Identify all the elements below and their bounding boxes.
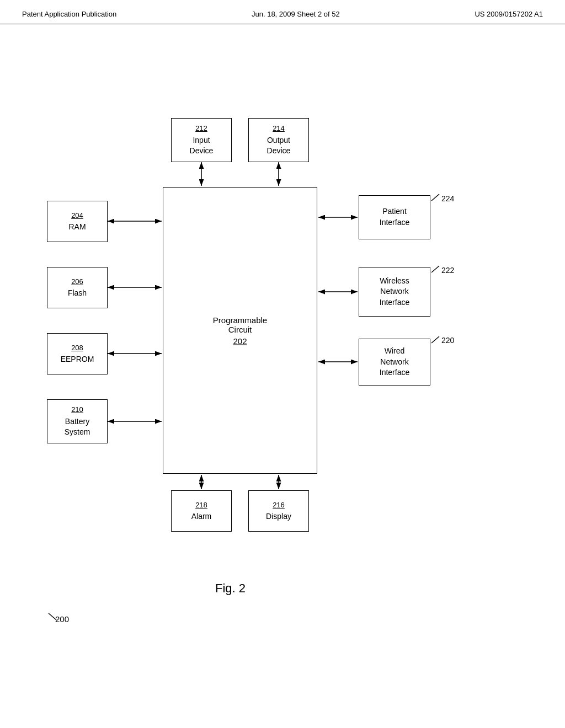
ref-214: 214 bbox=[273, 124, 285, 133]
svg-line-14 bbox=[431, 266, 439, 272]
programmable-circuit-ref: 202 bbox=[202, 336, 279, 346]
label-218: Alarm bbox=[191, 511, 212, 522]
box-220: WiredNetworkInterface bbox=[359, 339, 430, 386]
diagram-area: Programmable Circuit 202 212 InputDevice… bbox=[0, 24, 565, 659]
ref-216: 216 bbox=[273, 500, 285, 510]
callout-220: 220 bbox=[441, 336, 454, 345]
diagram-ref-200: 200 bbox=[55, 614, 69, 624]
ref-206: 206 bbox=[71, 277, 83, 287]
label-216: Display bbox=[266, 511, 291, 522]
page-header: Patent Application Publication Jun. 18, … bbox=[0, 0, 565, 24]
ref-208: 208 bbox=[71, 343, 83, 353]
programmable-circuit-label: Programmable Circuit bbox=[202, 315, 279, 334]
box-204: 204 RAM bbox=[47, 201, 108, 242]
box-212: 212 InputDevice bbox=[171, 118, 232, 162]
label-212: InputDevice bbox=[190, 135, 214, 157]
svg-line-15 bbox=[431, 336, 439, 343]
label-214: OutputDevice bbox=[267, 135, 291, 157]
box-206: 206 Flash bbox=[47, 267, 108, 308]
box-210: 210 BatterySystem bbox=[47, 399, 108, 443]
header-left: Patent Application Publication bbox=[22, 10, 116, 18]
label-224: PatientInterface bbox=[380, 206, 409, 228]
header-right: US 2009/0157202 A1 bbox=[475, 10, 543, 18]
ref-218: 218 bbox=[195, 500, 207, 510]
label-204: RAM bbox=[68, 222, 86, 233]
box-214: 214 OutputDevice bbox=[248, 118, 309, 162]
ref-204: 204 bbox=[71, 211, 83, 221]
figure-label: Fig. 2 bbox=[215, 581, 246, 596]
ref-212: 212 bbox=[195, 124, 207, 133]
label-206: Flash bbox=[68, 288, 87, 299]
callout-222: 222 bbox=[441, 266, 454, 275]
box-208: 208 EEPROM bbox=[47, 333, 108, 374]
box-224: PatientInterface bbox=[359, 195, 430, 239]
programmable-circuit-box: Programmable Circuit 202 bbox=[163, 187, 317, 474]
box-216: 216 Display bbox=[248, 490, 309, 532]
header-center: Jun. 18, 2009 Sheet 2 of 52 bbox=[252, 10, 340, 18]
box-218: 218 Alarm bbox=[171, 490, 232, 532]
label-210: BatterySystem bbox=[65, 416, 90, 438]
label-220: WiredNetworkInterface bbox=[380, 346, 409, 378]
box-222: WirelessNetworkInterface bbox=[359, 267, 430, 317]
ref-210: 210 bbox=[71, 405, 83, 415]
svg-line-13 bbox=[431, 194, 439, 201]
callout-224: 224 bbox=[441, 194, 454, 203]
label-222: WirelessNetworkInterface bbox=[380, 276, 409, 308]
label-208: EEPROM bbox=[61, 354, 94, 365]
